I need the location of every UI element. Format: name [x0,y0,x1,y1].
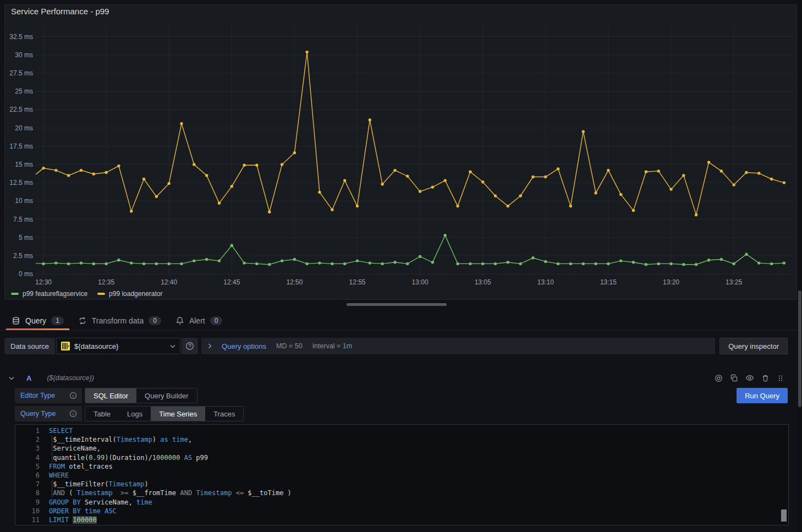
svg-text:12:45: 12:45 [223,278,240,286]
datasource-select[interactable]: ${datasource} [56,338,180,354]
code-line: 7 $__timeFilter(Timestamp) [15,480,788,489]
svg-text:10 ms: 10 ms [15,197,33,205]
code-text: $__timeFilter(Timestamp) [49,480,149,489]
legend-item-featureflagservice[interactable]: p99 featureflagservice [11,290,87,298]
info-circle-icon[interactable] [69,392,77,399]
code-line: 11LIMIT 100000 [15,515,788,524]
query-options-bar[interactable]: Query options MD = 50 Interval = 1m [201,338,715,354]
code-text: $__timeInterval(Timestamp) as time, [49,435,192,444]
option-time-series[interactable]: Time Series [151,407,205,421]
option-traces[interactable]: Traces [205,407,243,421]
drag-handle-icon[interactable] [777,374,784,382]
transform-icon [78,316,87,325]
svg-text:32.5 ms: 32.5 ms [9,33,33,41]
svg-text:12:55: 12:55 [349,278,365,286]
sql-code-editor[interactable]: 1SELECT2 $__timeInterval(Timestamp) as t… [15,424,789,525]
tab-count-badge: 0 [210,316,223,325]
svg-text:2.5 ms: 2.5 ms [13,252,33,260]
line-number: 10 [15,507,49,515]
trash-icon[interactable] [761,374,770,382]
svg-text:13:25: 13:25 [726,278,742,286]
line-number: 1 [15,426,49,435]
svg-text:15 ms: 15 ms [15,161,33,168]
option-sql-editor[interactable]: SQL Editor [85,388,136,403]
editor-scrollbar-thumb[interactable] [781,509,787,522]
query-type-row: Query Type Table Logs Time Series Traces [15,406,244,421]
legend-swatch-yellow [97,293,105,295]
svg-text:12:50: 12:50 [286,278,303,286]
line-number: 2 [15,435,49,444]
svg-text:13:10: 13:10 [537,278,554,286]
query-type-label-text: Query Type [20,410,56,418]
info-circle-icon[interactable] [69,410,77,418]
svg-text:12:40: 12:40 [161,278,177,286]
code-text: FROM otel_traces [49,462,113,471]
line-number: 9 [15,498,49,507]
code-line: 9GROUP BY ServiceName, time [15,498,788,507]
code-line: 3 ServiceName, [15,444,788,453]
code-text: quantile(0.99)(Duration)/1000000 AS p99 [49,453,208,462]
code-line: 10ORDER BY time ASC [15,507,788,515]
query-inspector-button[interactable]: Query inspector [719,338,788,354]
tab-transform-data[interactable]: Transform data 0 [71,311,168,330]
svg-text:20 ms: 20 ms [15,124,33,132]
code-line: 1SELECT [15,426,788,435]
editor-type-label: Editor Type [15,388,82,403]
query-type-radio-group: Table Logs Time Series Traces [85,406,244,421]
code-text: SELECT [49,426,73,435]
option-table[interactable]: Table [85,407,119,421]
line-number: 3 [15,444,49,453]
editor-type-radio-group: SQL Editor Query Builder [85,388,197,403]
copy-icon[interactable] [730,374,738,382]
code-line: 8 AND ( Timestamp >= $__fromTime AND Tim… [15,489,788,497]
line-number: 6 [15,471,49,480]
line-number: 11 [15,515,49,524]
collapse-query-chevron-icon[interactable] [9,376,14,380]
svg-text:13:05: 13:05 [475,278,491,286]
option-query-builder[interactable]: Query Builder [136,388,196,403]
query-type-label: Query Type [15,406,82,421]
timeseries-chart[interactable]: 0 ms2.5 ms5 ms7.5 ms10 ms12.5 ms15 ms17.… [0,0,802,300]
svg-text:17.5 ms: 17.5 ms [9,142,33,150]
tab-query[interactable]: Query 1 [4,311,71,330]
horizontal-scrollbar-thumb[interactable] [347,303,447,306]
code-text: AND ( Timestamp >= $__fromTime AND Times… [49,489,292,497]
bell-icon [175,316,184,325]
code-line: 6WHERE [15,471,788,480]
svg-text:12:35: 12:35 [98,278,114,286]
svg-text:0 ms: 0 ms [19,270,33,278]
code-line: 4 quantile(0.99)(Duration)/1000000 AS p9… [15,453,788,462]
tab-label: Query [25,316,46,325]
line-number: 7 [15,480,49,489]
legend-item-loadgenerator[interactable]: p99 loadgenerator [97,290,162,298]
svg-text:30 ms: 30 ms [15,51,33,59]
datasource-value: ${datasource} [74,342,166,350]
query-row-actions [715,374,788,382]
help-circle-icon [185,342,194,350]
page-scrollbar-thumb[interactable] [798,290,801,407]
svg-text:12.5 ms: 12.5 ms [9,179,33,187]
run-query-button[interactable]: Run Query [737,388,788,403]
code-text: ORDER BY time ASC [49,507,117,515]
code-text: LIMIT 100000 [49,515,97,524]
query-options-link[interactable]: Query options [222,342,266,350]
line-number: 4 [15,453,49,462]
eye-icon[interactable] [745,374,754,382]
svg-text:5 ms: 5 ms [19,234,33,242]
record-circle-icon[interactable] [715,374,723,382]
line-number: 5 [15,462,49,471]
option-logs[interactable]: Logs [119,407,151,421]
query-ref-id[interactable]: A [26,374,31,382]
chevron-down-icon [170,344,175,348]
tab-alert[interactable]: Alert 0 [168,311,229,330]
code-line: 5FROM otel_traces [15,462,788,471]
sql-code-lines: 1SELECT2 $__timeInterval(Timestamp) as t… [15,426,788,524]
legend-label: p99 loadgenerator [109,290,162,298]
datasource-help-button[interactable] [182,338,198,354]
chart-legend: p99 featureflagservice p99 loadgenerator [11,290,163,298]
svg-text:13:00: 13:00 [412,278,429,286]
query-toolbar: Data source ${datasource} [4,338,788,354]
svg-text:27.5 ms: 27.5 ms [9,69,33,77]
tab-label: Transform data [92,316,144,325]
query-datasource-hint: (${datasource}) [47,374,94,382]
